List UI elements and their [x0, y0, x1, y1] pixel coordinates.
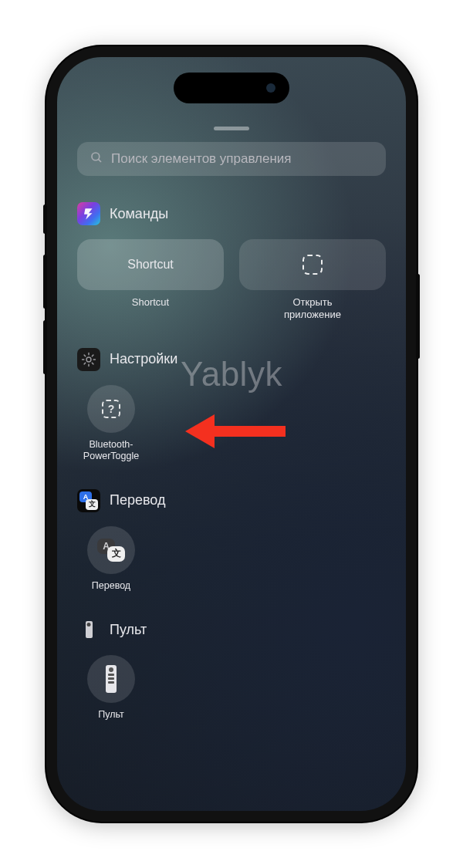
tile-text: Shortcut: [127, 258, 174, 272]
phone-frame: Yablyk Поиск элементов управления: [46, 46, 417, 822]
sheet-grabber[interactable]: [214, 127, 249, 130]
control-tile-shortcut[interactable]: Shortcut Shortcut: [77, 239, 224, 322]
remote-icon: [106, 665, 117, 693]
search-input[interactable]: Поиск элементов управления: [77, 142, 386, 176]
control-circle: [87, 655, 135, 703]
control-bluetooth-power-toggle[interactable]: ? Bluetooth- PowerToggle: [77, 385, 145, 463]
translate-icon: A文: [97, 539, 125, 562]
dynamic-island: [174, 73, 289, 103]
side-button-power: [416, 274, 420, 359]
control-circle: ?: [87, 385, 135, 433]
question-box-icon: ?: [102, 400, 120, 418]
section-title: Настройки: [110, 351, 177, 367]
search-icon: [90, 150, 103, 168]
remote-app-icon: [77, 618, 100, 641]
search-placeholder: Поиск элементов управления: [111, 151, 292, 167]
settings-app-icon: [77, 348, 100, 371]
tile-box: [239, 239, 386, 290]
side-button-volume-up: [43, 255, 47, 309]
section-header: Команды: [77, 202, 386, 225]
section-remote: Пульт Пульт: [77, 618, 386, 721]
svg-point-2: [86, 357, 91, 362]
control-label: Пульт: [98, 709, 124, 721]
dashed-square-icon: [302, 255, 323, 275]
control-translate[interactable]: A文 Перевод: [77, 526, 145, 593]
control-remote[interactable]: Пульт: [77, 655, 145, 721]
tile-box: Shortcut: [77, 239, 224, 290]
sheet-content: Поиск элементов управления Команды Short…: [57, 142, 406, 811]
control-tile-open-app[interactable]: Открыть приложение: [239, 239, 386, 322]
tile-label: Shortcut: [132, 296, 169, 309]
control-label: Bluetooth- PowerToggle: [83, 439, 139, 463]
shortcuts-app-icon: [77, 202, 100, 225]
side-button-silent: [43, 204, 47, 234]
section-title: Пульт: [110, 622, 147, 638]
control-label: Перевод: [92, 580, 130, 593]
phone-screen: Yablyk Поиск элементов управления: [57, 57, 406, 811]
side-button-volume-down: [43, 320, 47, 374]
translate-app-icon: A文: [77, 489, 100, 512]
control-circle: A文: [87, 526, 135, 574]
svg-point-0: [92, 153, 100, 160]
section-title: Перевод: [110, 492, 165, 508]
svg-line-1: [98, 159, 101, 162]
section-translate: A文 Перевод A文 Перевод: [77, 489, 386, 593]
section-title: Команды: [110, 206, 168, 222]
section-shortcuts: Команды Shortcut Shortcut: [77, 202, 386, 322]
section-header: Настройки: [77, 348, 386, 371]
canvas: Yablyk Поиск элементов управления: [0, 0, 463, 868]
section-header: Пульт: [77, 618, 386, 641]
tile-label: Открыть приложение: [284, 296, 341, 322]
section-header: A文 Перевод: [77, 489, 386, 512]
section-settings: Настройки ? Bluetooth- PowerToggle: [77, 348, 386, 463]
